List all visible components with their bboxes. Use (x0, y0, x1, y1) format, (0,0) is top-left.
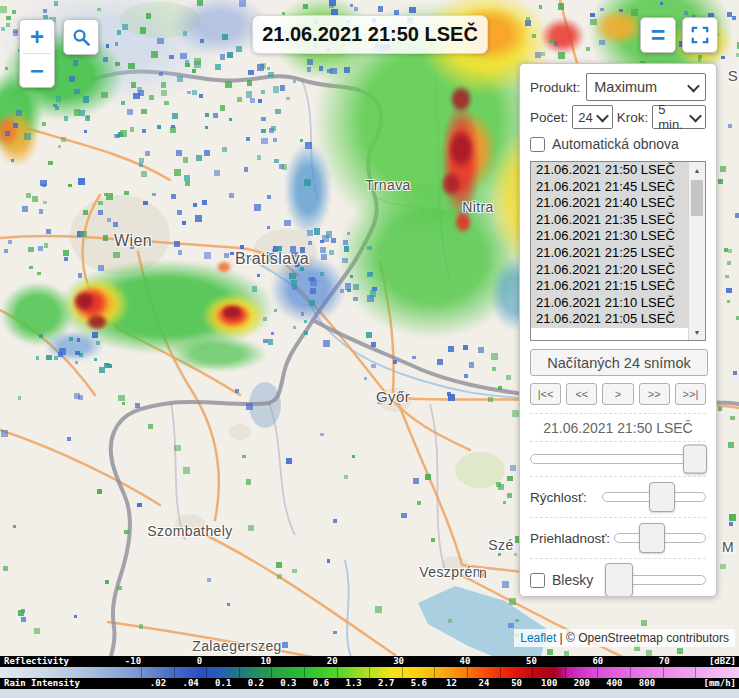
gradient-tick (141, 667, 142, 678)
gradient-tick (630, 667, 631, 678)
city-label: n (479, 565, 487, 581)
auto-refresh-checkbox[interactable] (530, 137, 545, 152)
osm-attribution[interactable]: © OpenStreetmap contributors (566, 631, 729, 645)
current-frame-time: 21.06.2021 21:50 LSEČ (520, 414, 716, 441)
frame-nav-button[interactable]: << (566, 383, 597, 405)
attribution: Leaflet | © OpenStreetmap contributors (514, 629, 735, 647)
gradient-tick (271, 667, 272, 678)
fullscreen-icon (691, 26, 709, 44)
chevron-down-icon (596, 109, 609, 122)
frame-option[interactable]: 21.06.2021 21:05 LSEČ (531, 311, 688, 328)
gradient-tick (206, 667, 207, 678)
produkt-label: Produkt: (530, 80, 580, 95)
legend-tick-label: 70 (659, 656, 670, 667)
legend-tick-label: 5.6 (411, 678, 427, 689)
leaflet-link[interactable]: Leaflet (520, 631, 556, 645)
gradient-tick (663, 667, 664, 678)
reflectivity-unit: [dBZ] (709, 656, 736, 667)
frame-nav-button[interactable]: |<< (530, 383, 561, 405)
krok-value: 5 min. (658, 102, 686, 132)
lightning-checkbox[interactable] (530, 573, 545, 588)
rain-intensity-unit: [mm/h] (703, 678, 736, 689)
legend-tick-label: 24 (479, 678, 490, 689)
gradient-tick (239, 667, 240, 678)
krok-label: Krok: (617, 110, 649, 125)
legend-tick-label: 800 (639, 678, 655, 689)
gradient-tick (500, 667, 501, 678)
pocet-value: 24 (578, 110, 592, 125)
frame-nav-button[interactable]: >>| (675, 383, 706, 405)
legend-tick-label: 200 (574, 678, 590, 689)
legend-tick-label: 0.1 (215, 678, 231, 689)
frame-option[interactable]: 21.06.2021 21:15 LSEČ (531, 278, 688, 295)
pocet-label: Počet: (530, 110, 568, 125)
frame-option[interactable]: 21.06.2021 21:45 LSEČ (531, 179, 688, 196)
gradient-tick (597, 667, 598, 678)
chevron-down-icon (687, 79, 700, 92)
gradient-tick (532, 667, 533, 678)
city-label: Nitra (462, 199, 494, 215)
pocet-select[interactable]: 24 (572, 105, 612, 129)
opacity-slider-thumb[interactable] (639, 523, 665, 553)
zoom-in-button[interactable]: + (20, 20, 54, 53)
reflectivity-label: Reflectivity (4, 656, 69, 667)
list-scrollbar[interactable]: ▲ ▼ (688, 162, 705, 340)
lightning-slider[interactable] (606, 575, 706, 585)
legend-tick-label: 1.3 (345, 678, 361, 689)
produkt-value: Maximum (594, 79, 657, 95)
legend-tick-label: 0.6 (313, 678, 329, 689)
legend-tick-label: 100 (541, 678, 557, 689)
frame-option[interactable]: 21.06.2021 21:25 LSEČ (531, 245, 688, 262)
city-label: Szombathely (147, 523, 232, 539)
opacity-label: Priehladnosť: (530, 531, 610, 546)
scroll-up-icon[interactable]: ▲ (689, 162, 705, 178)
gradient-tick (402, 667, 403, 678)
frame-option[interactable]: 21.06.2021 21:10 LSEČ (531, 295, 688, 312)
search-button[interactable] (63, 19, 99, 55)
frame-listbox[interactable]: 21.06.2021 21:50 LSEČ21.06.2021 21:45 LS… (530, 161, 706, 341)
frame-option[interactable]: 21.06.2021 21:35 LSEČ (531, 212, 688, 229)
legend-tick-label: 0.2 (248, 678, 264, 689)
lightning-slider-thumb[interactable] (605, 563, 633, 597)
opacity-slider[interactable] (614, 533, 706, 543)
legend-tick-label: 10 (260, 656, 271, 667)
produkt-select[interactable]: Maximum (586, 73, 706, 101)
frame-slider-thumb[interactable] (683, 445, 707, 474)
scrollbar-thumb[interactable] (691, 180, 703, 216)
legend-tick-label: 2.7 (378, 678, 394, 689)
menu-button[interactable]: = (640, 17, 676, 53)
frame-option[interactable]: 21.06.2021 21:40 LSEČ (531, 195, 688, 212)
city-label: Veszprém (419, 564, 484, 580)
krok-select[interactable]: 5 min. (652, 105, 706, 129)
frame-option[interactable]: 21.06.2021 21:20 LSEČ (531, 262, 688, 279)
scroll-down-icon[interactable]: ▼ (689, 324, 705, 340)
speed-label: Rýchlosť: (530, 490, 587, 505)
chevron-down-icon (689, 109, 702, 122)
frame-option[interactable]: 21.06.2021 21:30 LSEČ (531, 228, 688, 245)
speed-slider[interactable] (602, 492, 706, 502)
legend-tick-label: 40 (460, 656, 471, 667)
legend-tick-label: 50 (511, 678, 522, 689)
legend-tick-label: 400 (606, 678, 622, 689)
city-label: Győr (376, 388, 410, 405)
city-label: M (722, 539, 734, 555)
speed-slider-thumb[interactable] (649, 482, 675, 512)
gradient-tick (369, 667, 370, 678)
zoom-out-button[interactable]: − (20, 54, 54, 87)
city-label: Bratislava (235, 250, 309, 268)
frame-slider[interactable] (530, 454, 706, 464)
frame-nav-button[interactable]: >> (639, 383, 670, 405)
city-label: Zalaegerszeg (192, 638, 282, 654)
rain-intensity-scale-row: Rain Intensity [mm/h] .02.040.10.20.30.6… (0, 678, 739, 689)
frame-nav-button[interactable]: > (602, 383, 633, 405)
legend-tick-label: 20 (327, 656, 338, 667)
color-legend: Reflectivity [dBZ] -10010203040506070 Ra… (0, 656, 739, 689)
legend-tick-label: 60 (592, 656, 603, 667)
legend-tick-label: .04 (182, 678, 198, 689)
fullscreen-button[interactable] (682, 17, 718, 53)
city-label: Szé (488, 537, 513, 553)
frame-option[interactable]: 21.06.2021 21:50 LSEČ (531, 162, 688, 179)
gradient-tick (695, 667, 696, 678)
color-gradient-bar (0, 667, 739, 678)
loaded-frames-button[interactable]: Načítaných 24 snímok (530, 349, 708, 376)
